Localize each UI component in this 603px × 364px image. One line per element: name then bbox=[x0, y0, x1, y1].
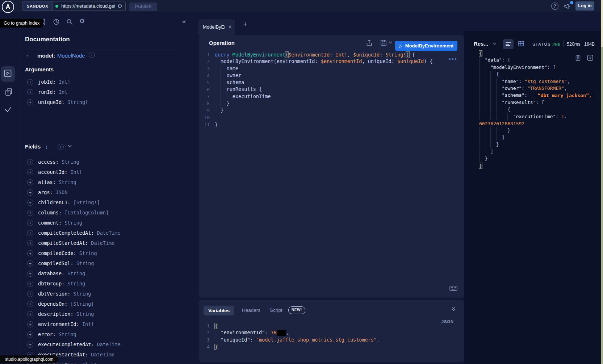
add-field-icon[interactable]: + bbox=[27, 200, 33, 206]
field-name[interactable]: jobId: bbox=[38, 79, 59, 85]
field-name[interactable]: accountId: bbox=[38, 169, 70, 175]
response-table-view-icon[interactable] bbox=[518, 41, 524, 46]
share-icon[interactable] bbox=[366, 39, 372, 46]
response-json[interactable]: { "data": { "modelByEnvironment": [ { "n… bbox=[479, 50, 602, 170]
add-field-icon[interactable]: + bbox=[27, 342, 33, 348]
save-icon[interactable] bbox=[380, 39, 387, 46]
collapse-variables-icon[interactable] bbox=[451, 306, 456, 311]
tab-close-icon[interactable]: ✕ bbox=[228, 24, 232, 29]
publish-button[interactable]: Publish bbox=[129, 3, 157, 11]
response-caret-icon[interactable] bbox=[493, 42, 497, 45]
add-field-icon[interactable]: + bbox=[27, 321, 33, 327]
field-type[interactable]: String bbox=[62, 159, 79, 165]
response-list-view-button[interactable] bbox=[503, 39, 514, 49]
field-name[interactable]: access: bbox=[38, 159, 62, 165]
field-name[interactable]: dbtVersion: bbox=[38, 291, 74, 297]
keyboard-shortcuts-icon[interactable] bbox=[449, 286, 457, 291]
sort-arrow-icon[interactable]: ↓ bbox=[45, 143, 48, 150]
add-field-icon[interactable]: + bbox=[27, 189, 33, 196]
field-type[interactable]: [CatalogColumn] bbox=[64, 210, 109, 216]
response-title[interactable]: Res... bbox=[474, 41, 488, 47]
add-field-icon[interactable]: + bbox=[27, 301, 33, 307]
login-button[interactable]: Log in bbox=[575, 1, 594, 11]
field-name[interactable]: runId: bbox=[38, 89, 59, 95]
help-icon[interactable]: ? bbox=[551, 3, 558, 10]
search-icon[interactable] bbox=[66, 18, 73, 25]
field-type[interactable]: [String] bbox=[70, 301, 94, 307]
graphql-editor[interactable]: 1query ModelByEnvironment($environmentId… bbox=[199, 51, 460, 128]
field-name[interactable]: description: bbox=[38, 311, 76, 317]
field-type[interactable]: Float bbox=[82, 362, 97, 364]
field-type[interactable]: String bbox=[79, 250, 97, 256]
add-field-icon[interactable]: + bbox=[27, 230, 33, 236]
field-type[interactable]: JSON bbox=[56, 189, 68, 195]
field-type[interactable]: String bbox=[59, 179, 76, 185]
explorer-icon[interactable] bbox=[4, 70, 12, 77]
field-type[interactable]: Int bbox=[59, 89, 67, 95]
endpoint-bar[interactable]: SANDBOX https://metadata.cloud.get ⚙ bbox=[22, 1, 126, 11]
chevron-down-icon[interactable] bbox=[68, 145, 72, 147]
tab-script[interactable]: Script bbox=[270, 307, 282, 313]
field-type[interactable]: String bbox=[74, 291, 91, 297]
field-name[interactable]: environmentId: bbox=[38, 321, 82, 327]
settings-gear-icon[interactable]: ⚙ bbox=[79, 17, 85, 25]
add-field-icon[interactable]: + bbox=[27, 79, 33, 85]
field-type[interactable]: DateTime bbox=[97, 342, 121, 347]
field-type[interactable]: String bbox=[76, 260, 94, 266]
field-type[interactable]: String bbox=[76, 311, 94, 317]
add-field-icon[interactable]: + bbox=[27, 291, 33, 297]
variables-editor[interactable]: 1{2 "environmentId": 78,3 "uniqueId": "m… bbox=[199, 322, 460, 350]
announcements-icon[interactable] bbox=[563, 3, 571, 10]
field-type[interactable]: String bbox=[59, 331, 76, 337]
run-operation-button[interactable]: ▷ ModelByEnvironment bbox=[395, 41, 457, 51]
add-field-icon[interactable]: + bbox=[27, 271, 33, 277]
add-field-icon[interactable]: + bbox=[27, 210, 33, 216]
field-type[interactable]: String bbox=[67, 281, 85, 286]
field-name[interactable]: columns: bbox=[38, 210, 64, 216]
add-model-icon[interactable]: + bbox=[89, 52, 95, 58]
new-tab-icon[interactable]: + bbox=[243, 20, 247, 29]
field-type[interactable]: Int! bbox=[70, 169, 82, 175]
field-type[interactable]: DateTime bbox=[91, 240, 114, 246]
operation-tab[interactable]: ModelByEnvi... ✕ bbox=[198, 19, 235, 35]
field-type[interactable]: String! bbox=[67, 99, 88, 105]
field-name[interactable]: args: bbox=[38, 189, 56, 195]
endpoint-url[interactable]: https://metadata.cloud.get bbox=[61, 3, 114, 9]
save-caret-icon[interactable] bbox=[389, 41, 392, 44]
checklist-icon[interactable] bbox=[4, 106, 12, 113]
field-type[interactable]: String bbox=[64, 220, 82, 226]
collapse-panel-icon[interactable]: « bbox=[182, 17, 186, 25]
field-name[interactable]: compileStartedAt: bbox=[38, 240, 91, 246]
field-name[interactable]: compileCompletedAt: bbox=[38, 230, 97, 236]
add-field-icon[interactable]: + bbox=[27, 169, 33, 175]
field-name[interactable]: compiledSql: bbox=[38, 260, 76, 266]
field-name[interactable]: compiledCode: bbox=[38, 250, 79, 256]
add-field-icon[interactable]: + bbox=[27, 331, 33, 338]
field-type[interactable]: [String!] bbox=[74, 200, 100, 205]
add-field-icon[interactable]: + bbox=[27, 281, 33, 287]
tab-variables[interactable]: Variables bbox=[204, 306, 234, 315]
add-field-icon[interactable]: + bbox=[27, 179, 33, 185]
field-name[interactable]: database: bbox=[38, 271, 67, 276]
field-type[interactable]: DateTime bbox=[97, 230, 121, 236]
field-type[interactable]: Int! bbox=[59, 79, 71, 85]
add-field-icon[interactable]: + bbox=[27, 311, 33, 317]
field-name[interactable]: comment: bbox=[38, 220, 64, 226]
add-field-icon[interactable]: + bbox=[27, 159, 33, 165]
tab-headers[interactable]: Headers bbox=[242, 307, 260, 313]
schema-icon[interactable] bbox=[5, 88, 13, 96]
field-type[interactable]: DateTime bbox=[91, 352, 114, 357]
endpoint-url-field[interactable]: https://metadata.cloud.get ⚙ bbox=[53, 1, 125, 11]
history-icon[interactable] bbox=[53, 18, 60, 25]
field-name[interactable]: uniqueId: bbox=[38, 99, 67, 105]
field-name[interactable]: dbtGroup: bbox=[38, 281, 67, 286]
apollo-logo[interactable]: A bbox=[2, 1, 14, 13]
field-name[interactable]: error: bbox=[38, 331, 59, 337]
add-field-icon[interactable]: + bbox=[27, 240, 33, 246]
add-field-icon[interactable]: + bbox=[27, 250, 33, 256]
field-name[interactable]: childrenL1: bbox=[38, 200, 74, 205]
field-name[interactable]: executeCompletedAt: bbox=[38, 342, 97, 347]
model-type-link[interactable]: ModelNode bbox=[57, 53, 85, 59]
back-arrow-icon[interactable]: ← bbox=[26, 51, 32, 59]
field-name[interactable]: dependsOn: bbox=[38, 301, 70, 307]
